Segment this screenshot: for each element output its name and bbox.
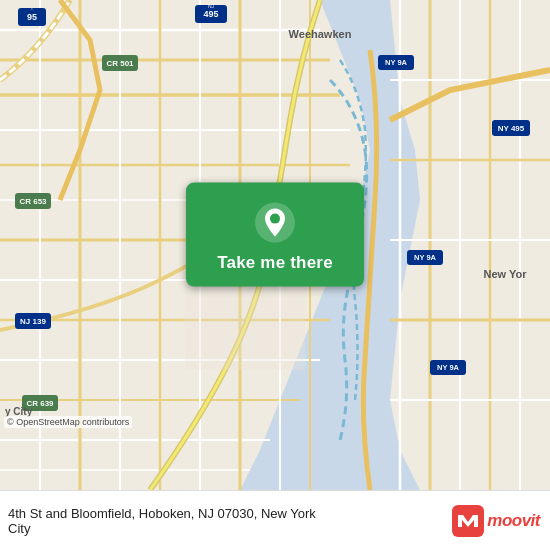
svg-text:95: 95 — [27, 12, 37, 22]
svg-text:CR 501: CR 501 — [106, 59, 134, 68]
svg-text:NJ: NJ — [208, 3, 215, 9]
svg-rect-62 — [452, 505, 484, 537]
map-attribution: © OpenStreetMap contributors — [4, 416, 132, 428]
moovit-logo[interactable]: moovit — [452, 505, 540, 537]
svg-text:NY 9A: NY 9A — [437, 363, 460, 372]
svg-text:CR 653: CR 653 — [19, 197, 47, 206]
svg-point-61 — [270, 214, 280, 224]
svg-text:I: I — [31, 5, 32, 11]
bottom-bar: 4th St and Bloomfield, Hoboken, NJ 07030… — [0, 490, 550, 550]
svg-text:NY 9A: NY 9A — [385, 58, 408, 67]
svg-text:NY 495: NY 495 — [498, 124, 525, 133]
address-line1: 4th St and Bloomfield, Hoboken, NJ 07030… — [8, 506, 452, 521]
svg-text:NJ 139: NJ 139 — [20, 317, 46, 326]
svg-text:NY 9A: NY 9A — [414, 253, 437, 262]
map-container: 95 I 495 NJ CR 501 CR 653 NJ 139 CR 639 … — [0, 0, 550, 490]
svg-text:Weehawken: Weehawken — [289, 28, 352, 40]
svg-text:New Yor: New Yor — [484, 268, 528, 280]
take-me-there-button[interactable]: Take me there — [217, 253, 333, 273]
address-container: 4th St and Bloomfield, Hoboken, NJ 07030… — [8, 506, 452, 536]
location-pin-icon — [253, 201, 297, 245]
svg-text:495: 495 — [203, 9, 218, 19]
navigate-button[interactable]: Take me there — [186, 183, 364, 287]
moovit-logo-icon — [452, 505, 484, 537]
address-line2: City — [8, 521, 452, 536]
moovit-logo-text: moovit — [487, 511, 540, 531]
